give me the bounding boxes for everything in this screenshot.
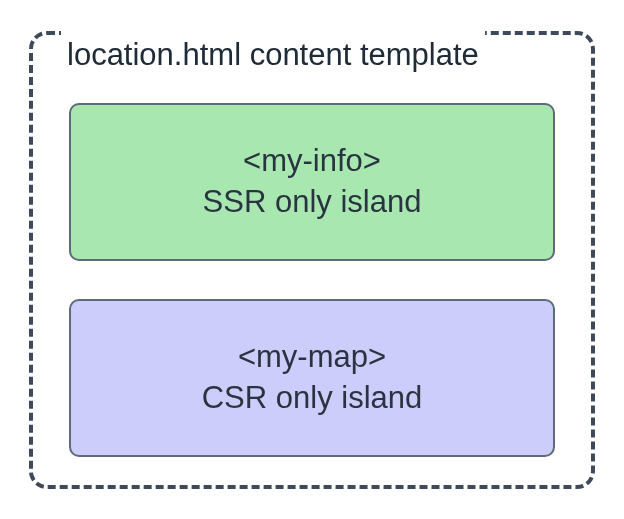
ssr-island-tag: <my-info> [243,141,381,181]
islands-wrapper: <my-info> SSR only island <my-map> CSR o… [33,103,591,485]
csr-island-tag: <my-map> [238,337,386,377]
csr-island-label: CSR only island [202,378,423,418]
ssr-island-label: SSR only island [203,182,422,222]
csr-island-box: <my-map> CSR only island [69,299,555,457]
template-title: location.html content template [67,37,479,73]
template-container: location.html content template <my-info>… [29,31,595,489]
title-wrap: location.html content template [61,31,485,79]
ssr-island-box: <my-info> SSR only island [69,103,555,261]
